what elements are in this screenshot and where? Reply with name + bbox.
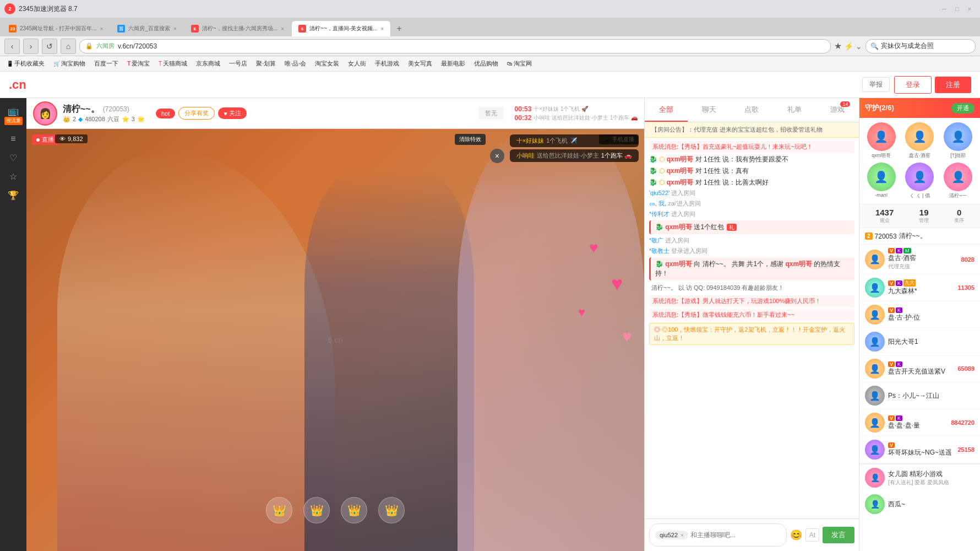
bookmark-taobao[interactable]: 🛒淘宝购物 bbox=[50, 58, 89, 69]
rank-item-2[interactable]: 👤 V K 九大 九大森林* 11305 bbox=[859, 274, 980, 301]
tab-2[interactable]: 百 六闻房_百度搜索 × bbox=[111, 21, 183, 36]
address-bar[interactable]: 🔒 六闻房 v.6cn/720053 bbox=[79, 39, 831, 53]
bookmark-taobao-women[interactable]: 淘宝女装 bbox=[312, 58, 342, 69]
add-tab-button[interactable]: + bbox=[391, 21, 407, 36]
tab-2-close[interactable]: × bbox=[173, 26, 177, 32]
close-notification-button[interactable]: × bbox=[490, 149, 504, 163]
tab-song[interactable]: 点歌 bbox=[731, 98, 774, 122]
tab-chat[interactable]: 聊天 bbox=[688, 98, 731, 122]
rank-item-3[interactable]: 👤 V K 盘·古·护·位 bbox=[859, 301, 980, 328]
sys-msg-3: 系统消息:【秀场】微零钱钱能充六币！新手看过来~~ bbox=[649, 309, 854, 321]
chat-msg-3: 🐉 ⬡ qxm明哥 对 1任性 说：比善太啊好 bbox=[649, 178, 854, 187]
guard-avatar-6[interactable]: 👤 清柠~一 bbox=[940, 163, 976, 199]
address-text: v.6cn/720053 bbox=[118, 42, 157, 50]
sidebar-icon-star[interactable]: ☆ bbox=[2, 168, 24, 185]
sidebar-icon-menu[interactable]: ≡ bbox=[2, 131, 24, 147]
chat-panel: 全部 聊天 点歌 礼单 游戏 14 【房间公告】：代理充值 进来的 bbox=[644, 98, 859, 551]
gift-icon-3[interactable]: 👑 bbox=[341, 497, 367, 523]
bookmark-women[interactable]: 女人街 bbox=[345, 58, 369, 69]
home-button[interactable]: ⌂ bbox=[61, 39, 76, 54]
at-button[interactable]: At bbox=[805, 528, 819, 542]
audience-stat: 1437 观众 bbox=[875, 208, 894, 224]
bookmark-baidu[interactable]: 百度一下 bbox=[91, 58, 122, 69]
guard-avatar-2[interactable]: 👤 盘古·酒窖 bbox=[902, 122, 938, 159]
bookmark-1hao[interactable]: 一号店 bbox=[226, 58, 251, 69]
bookmark-mobile[interactable]: 📱手机收藏夹 bbox=[3, 58, 48, 69]
hot-button[interactable]: hot bbox=[156, 109, 175, 118]
bookmark-jd[interactable]: 京东商城 bbox=[193, 58, 224, 69]
gift-icon-2[interactable]: 👑 bbox=[303, 497, 330, 523]
emoji-button[interactable]: 😊 bbox=[790, 529, 802, 541]
rank-item-7[interactable]: 👤 V K 盘·盘·盘·量 8842720 bbox=[859, 409, 980, 436]
bookmark-photo[interactable]: 美女写真 bbox=[405, 58, 435, 69]
tab-1-close[interactable]: × bbox=[100, 26, 103, 32]
report-button[interactable]: 举报 bbox=[862, 77, 890, 92]
sidebar-icon-rank[interactable]: 🏆 bbox=[2, 187, 24, 203]
browser-title: 2345加速浏览器 8.7 bbox=[19, 4, 78, 14]
tab-3[interactable]: 6 清柠~，搜找主播-六闻房秀场... × bbox=[184, 21, 291, 36]
bookmark-aitaobao[interactable]: T爱淘宝 bbox=[124, 58, 153, 69]
rank-item-6[interactable]: 👤 Ps：小儿~→江山 bbox=[859, 382, 980, 409]
tab-all[interactable]: 全部 bbox=[645, 98, 688, 122]
my-room-info: 2 720053 清柠~~。 bbox=[859, 228, 980, 245]
bookmark-youpin[interactable]: 优品购物 bbox=[471, 58, 502, 69]
streamer-name-area: 清柠~~。 (720053) 👑 2 ◆ 480208 六豆 ⭐ 3 🌟 bbox=[63, 104, 145, 123]
expand-icon[interactable]: ⌄ bbox=[856, 42, 862, 51]
heart-follow-icon: ♥ bbox=[224, 110, 227, 117]
page-content: .cn 举报 登录 注册 📺 视流量 ≡ ♡ ☆ 🏆 bbox=[0, 72, 980, 551]
bookmark-tmall[interactable]: T天猫商城 bbox=[155, 58, 190, 69]
timer-1: 00:53 bbox=[515, 105, 532, 113]
guard-avatars: 👤 qxm明哥 👤 盘古·酒窖 👤 [†]拙部 👤 -man! 👤 bbox=[859, 118, 980, 204]
rank-item-1[interactable]: 👤 V K M 盘古·酒窖 代理充值 8028 bbox=[859, 245, 980, 274]
extra-item-2[interactable]: 👤 西瓜~ bbox=[859, 491, 980, 517]
rank-icon: 🏆 bbox=[7, 190, 19, 200]
guard-avatar-3[interactable]: 👤 [†]拙部 bbox=[940, 122, 976, 159]
guard-avatar-4[interactable]: 👤 -man! bbox=[864, 163, 899, 199]
login-button[interactable]: 登录 bbox=[894, 76, 932, 94]
search-box[interactable]: 🔍 宾妹仪与成龙合照 bbox=[865, 39, 976, 53]
guard-toggle-button[interactable]: 开通 bbox=[951, 103, 974, 114]
extra-item-1[interactable]: 👤 女儿圆 精彩小游戏 [有人送礼] 爱慕 爱凤风格 bbox=[859, 463, 980, 491]
register-button[interactable]: 注册 bbox=[935, 77, 971, 93]
title-bar: 2 2345加速浏览器 8.7 ─ □ × bbox=[0, 0, 980, 18]
sidebar-icon-heart[interactable]: ♡ bbox=[2, 149, 24, 166]
bookmark-vip[interactable]: 唯·品·会 bbox=[281, 58, 309, 69]
bookmark-mobile-game[interactable]: 手机游戏 bbox=[372, 58, 402, 69]
tab-1[interactable]: 23 2345网址导航 - 打开中国百年... × bbox=[2, 21, 110, 36]
lightning-icon[interactable]: ⚡ bbox=[844, 42, 853, 51]
reload-button[interactable]: ↺ bbox=[42, 39, 57, 54]
chat-input-field[interactable] bbox=[690, 526, 781, 544]
rank-item-8[interactable]: 👤 V 坏哥坏妹玩~NG~送遥 25158 bbox=[859, 436, 980, 463]
bookmark-juhua[interactable]: 聚·划算 bbox=[253, 58, 279, 69]
special-offer-msg: ◎ ◎100，快燃领宝：开守护，返2架飞机，立返！！！开金宝护，返火山，立返！ bbox=[649, 323, 854, 345]
gift-icon-1[interactable]: 👑 bbox=[266, 497, 292, 523]
main-area: 📺 视流量 ≡ ♡ ☆ 🏆 👩 bbox=[0, 98, 980, 551]
forward-button[interactable]: › bbox=[23, 39, 39, 54]
tab-3-close[interactable]: × bbox=[281, 26, 284, 32]
beauty-stat: 0 美序 bbox=[954, 208, 964, 224]
send-message-button[interactable]: 发言 bbox=[823, 527, 854, 543]
sidebar-icon-live[interactable]: 📺 视流量 bbox=[2, 102, 24, 128]
rank-item-5[interactable]: 👤 V K 盘古开天充值送紧V 65089 bbox=[859, 355, 980, 382]
guard-avatar-1[interactable]: 👤 qxm明哥 bbox=[864, 122, 899, 159]
follow-button[interactable]: ♥ 关注 bbox=[218, 107, 247, 119]
streamer-name: 清柠~~。 bbox=[63, 104, 100, 115]
tab-game[interactable]: 游戏 14 bbox=[816, 98, 859, 122]
site-logo[interactable]: .cn bbox=[9, 78, 26, 92]
chip-remove-button[interactable]: × bbox=[680, 532, 684, 538]
rank-item-4[interactable]: 👤 阳光大哥1 bbox=[859, 328, 980, 355]
tab-4-close[interactable]: × bbox=[380, 26, 384, 32]
bookmark-movie[interactable]: 最新电影 bbox=[438, 58, 469, 69]
sys-msg-1: 系统消息:【秀场】首充送豪礼~超值玩耍儿！来来玩~玩吧！ bbox=[649, 141, 854, 153]
share-button[interactable]: 分享有奖 bbox=[178, 107, 215, 120]
tab-gifts[interactable]: 礼单 bbox=[773, 98, 816, 122]
chat-tabs: 全部 聊天 点歌 礼单 游戏 14 bbox=[645, 98, 859, 122]
gift-msg-2: 🐉 qxm明哥 向 清柠~~。 共舞 共1个，感谢 qxm明哥 的热情支持！ bbox=[649, 257, 854, 280]
back-button[interactable]: ‹ bbox=[4, 39, 20, 54]
bookmark-taobao-net[interactable]: 🛍淘宝网 bbox=[504, 58, 535, 69]
gift-icon-4[interactable]: 👑 bbox=[378, 497, 405, 523]
guard-avatar-5[interactable]: 👤 く く | 倡 bbox=[902, 163, 938, 199]
streamer-avatar: 👩 bbox=[33, 101, 57, 126]
tab-4[interactable]: 6 清柠~~，直播间-美女视频... × bbox=[292, 21, 390, 36]
bookmark-icon[interactable]: ★ bbox=[834, 41, 842, 51]
